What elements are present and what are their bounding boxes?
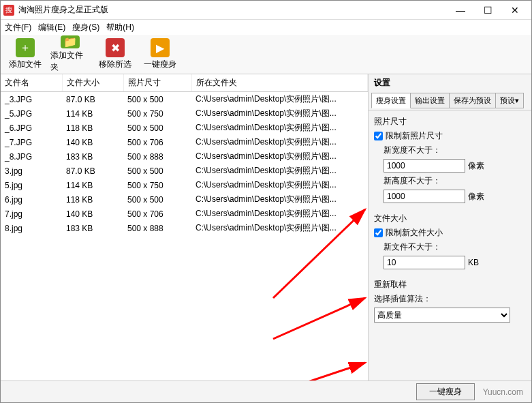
cell-size: 183 KB bbox=[62, 149, 123, 164]
cell-dim: 500 x 706 bbox=[123, 135, 191, 149]
remove-button[interactable]: ✖ 移除所选 bbox=[95, 37, 136, 72]
cell-name: _6.JPG bbox=[1, 121, 62, 135]
table-row[interactable]: 6.jpg118 KB500 x 500C:\Users\admin\Deskt… bbox=[1, 192, 368, 207]
table-row[interactable]: 5.jpg114 KB500 x 750C:\Users\admin\Deskt… bbox=[1, 178, 368, 192]
height-unit: 像素 bbox=[468, 191, 484, 203]
tab-output[interactable]: 输出设置 bbox=[410, 93, 450, 108]
maximize-button[interactable]: ☐ bbox=[474, 1, 501, 19]
cell-dim: 500 x 888 bbox=[123, 149, 191, 164]
titlebar: 搜 淘淘照片瘦身之星正式版 — ☐ ✕ bbox=[1, 1, 531, 20]
add-folder-label: 添加文件夹 bbox=[50, 50, 90, 73]
width-unit: 像素 bbox=[468, 160, 484, 172]
width-input[interactable] bbox=[384, 159, 465, 173]
cell-folder: C:\Users\admin\Desktop\实例照片\图... bbox=[191, 135, 368, 149]
cell-size: 87.0 KB bbox=[62, 92, 123, 107]
settings-panel: 设置 瘦身设置 输出设置 保存为预设 预设▾ 照片尺寸 限制新照片尺寸 新宽度不… bbox=[368, 74, 531, 380]
table-row[interactable]: 3.jpg87.0 KB500 x 500C:\Users\admin\Desk… bbox=[1, 164, 368, 178]
cell-folder: C:\Users\admin\Desktop\实例照片\图... bbox=[191, 164, 368, 178]
limit-file-size-input[interactable] bbox=[374, 228, 383, 237]
add-folder-icon: 📁 bbox=[61, 35, 80, 48]
footer: 一键瘦身 Yuucn.com bbox=[1, 380, 531, 402]
tab-slim[interactable]: 瘦身设置 bbox=[371, 93, 411, 108]
cell-name: 7.jpg bbox=[1, 207, 62, 221]
menu-edit[interactable]: 编辑(E) bbox=[38, 22, 65, 33]
resample-select[interactable]: 高质量 bbox=[374, 308, 510, 323]
watermark: Yuucn.com bbox=[483, 387, 523, 397]
table-row[interactable]: _5.JPG114 KB500 x 750C:\Users\admin\Desk… bbox=[1, 106, 368, 121]
limit-photo-size-label: 限制新照片尺寸 bbox=[386, 130, 443, 142]
table-row[interactable]: _7.JPG140 KB500 x 706C:\Users\admin\Desk… bbox=[1, 135, 368, 149]
cell-name: _3.JPG bbox=[1, 92, 62, 107]
menu-slim[interactable]: 瘦身(S) bbox=[72, 22, 99, 33]
cell-name: 5.jpg bbox=[1, 178, 62, 192]
table-row[interactable]: _6.JPG118 KB500 x 500C:\Users\admin\Desk… bbox=[1, 121, 368, 135]
panel-tabs: 瘦身设置 输出设置 保存为预设 预设▾ bbox=[369, 91, 531, 110]
col-folder[interactable]: 所在文件夹 bbox=[191, 74, 368, 92]
cell-size: 140 KB bbox=[62, 135, 123, 149]
remove-label: 移除所选 bbox=[99, 59, 131, 70]
close-button[interactable]: ✕ bbox=[501, 1, 529, 19]
table-row[interactable]: _8.JPG183 KB500 x 888C:\Users\admin\Desk… bbox=[1, 149, 368, 164]
minimize-button[interactable]: — bbox=[447, 1, 474, 19]
cell-folder: C:\Users\admin\Desktop\实例照片\图... bbox=[191, 178, 368, 192]
cell-name: 6.jpg bbox=[1, 192, 62, 207]
col-size[interactable]: 文件大小 bbox=[62, 74, 123, 92]
table-row[interactable]: 8.jpg183 KB500 x 888C:\Users\admin\Deskt… bbox=[1, 221, 368, 235]
add-file-icon: ＋ bbox=[16, 38, 35, 57]
col-name[interactable]: 文件名 bbox=[1, 74, 62, 92]
photo-size-title: 照片尺寸 bbox=[374, 116, 526, 128]
limit-file-size-label: 限制新文件大小 bbox=[386, 227, 443, 239]
cell-dim: 500 x 706 bbox=[123, 207, 191, 221]
limit-photo-size-checkbox[interactable]: 限制新照片尺寸 bbox=[374, 130, 526, 142]
cell-folder: C:\Users\admin\Desktop\实例照片\图... bbox=[191, 149, 368, 164]
col-dim[interactable]: 照片尺寸 bbox=[123, 74, 191, 92]
main-area: 文件名 文件大小 照片尺寸 所在文件夹 _3.JPG87.0 KB500 x 5… bbox=[1, 74, 531, 380]
file-size-title: 文件大小 bbox=[374, 213, 526, 224]
limit-file-size-checkbox[interactable]: 限制新文件大小 bbox=[374, 227, 526, 239]
menu-help[interactable]: 帮助(H) bbox=[106, 22, 134, 33]
cell-dim: 500 x 500 bbox=[123, 164, 191, 178]
cell-dim: 500 x 888 bbox=[123, 221, 191, 235]
height-label: 新高度不大于： bbox=[384, 175, 441, 187]
cell-dim: 500 x 500 bbox=[123, 121, 191, 135]
file-size-unit: KB bbox=[468, 258, 479, 267]
tab-preset[interactable]: 预设▾ bbox=[495, 93, 524, 108]
file-size-input[interactable] bbox=[384, 256, 465, 269]
cell-dim: 500 x 750 bbox=[123, 178, 191, 192]
limit-photo-size-input[interactable] bbox=[374, 132, 383, 140]
cell-name: _8.JPG bbox=[1, 149, 62, 164]
window-title: 淘淘照片瘦身之星正式版 bbox=[18, 4, 447, 16]
add-folder-button[interactable]: 📁 添加文件夹 bbox=[50, 37, 91, 72]
cell-size: 118 KB bbox=[62, 192, 123, 207]
cell-size: 114 KB bbox=[62, 106, 123, 121]
resample-label: 选择插值算法： bbox=[374, 293, 431, 305]
cell-folder: C:\Users\admin\Desktop\实例照片\图... bbox=[191, 207, 368, 221]
group-resample: 重新取样 选择插值算法： 高质量 bbox=[374, 279, 526, 323]
cell-dim: 500 x 500 bbox=[123, 192, 191, 207]
file-table: 文件名 文件大小 照片尺寸 所在文件夹 _3.JPG87.0 KB500 x 5… bbox=[1, 74, 368, 380]
go-icon: ▶ bbox=[151, 38, 170, 57]
svg-line-1 bbox=[273, 298, 365, 339]
menubar: 文件(F) 编辑(E) 瘦身(S) 帮助(H) bbox=[1, 20, 531, 35]
cell-folder: C:\Users\admin\Desktop\实例照片\图... bbox=[191, 92, 368, 107]
cell-size: 183 KB bbox=[62, 221, 123, 235]
cell-name: 8.jpg bbox=[1, 221, 62, 235]
svg-line-2 bbox=[273, 363, 365, 380]
table-row[interactable]: 7.jpg140 KB500 x 706C:\Users\admin\Deskt… bbox=[1, 207, 368, 221]
cell-name: _7.JPG bbox=[1, 135, 62, 149]
add-file-button[interactable]: ＋ 添加文件 bbox=[5, 37, 46, 72]
go-label: 一键瘦身 bbox=[144, 59, 176, 70]
panel-body: 照片尺寸 限制新照片尺寸 新宽度不大于： 像素 新高度不大于： 像素 bbox=[369, 110, 531, 380]
cell-folder: C:\Users\admin\Desktop\实例照片\图... bbox=[191, 106, 368, 121]
table-row[interactable]: _3.JPG87.0 KB500 x 500C:\Users\admin\Des… bbox=[1, 92, 368, 107]
tab-save-preset[interactable]: 保存为预设 bbox=[449, 93, 496, 108]
height-input[interactable] bbox=[384, 190, 465, 203]
cell-dim: 500 x 750 bbox=[123, 106, 191, 121]
footer-go-button[interactable]: 一键瘦身 bbox=[416, 383, 475, 400]
remove-icon: ✖ bbox=[106, 38, 125, 57]
menu-file[interactable]: 文件(F) bbox=[5, 22, 31, 33]
file-size-label: 新文件不大于： bbox=[384, 241, 441, 253]
go-button[interactable]: ▶ 一键瘦身 bbox=[140, 37, 181, 72]
cell-size: 87.0 KB bbox=[62, 164, 123, 178]
group-photo-size: 照片尺寸 限制新照片尺寸 新宽度不大于： 像素 新高度不大于： 像素 bbox=[374, 116, 526, 203]
